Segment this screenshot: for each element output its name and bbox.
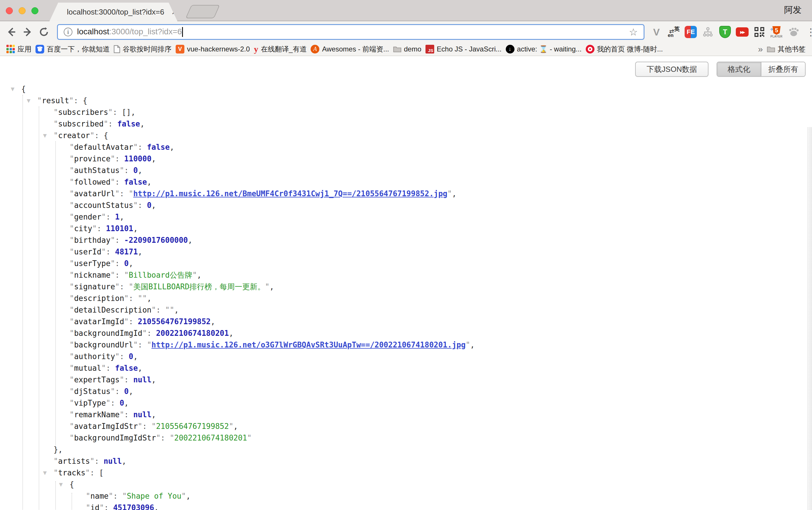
- collapse-arrow-icon[interactable]: ▼: [11, 83, 14, 95]
- back-button[interactable]: [5, 25, 18, 39]
- vue-devtools-icon[interactable]: V: [650, 25, 663, 39]
- page-icon: [114, 45, 120, 53]
- back-arrow-icon: [5, 26, 17, 38]
- json-url-link[interactable]: http://p1.music.126.net/BmeUMF4Cr0f3431C…: [133, 189, 447, 198]
- fullscreen-window-button[interactable]: [31, 7, 38, 14]
- json-line: ▼"tracks": [: [0, 467, 812, 479]
- json-line: "userType": 0,: [0, 258, 812, 269]
- view-mode-segmented-control: 格式化 折叠所有: [717, 62, 806, 77]
- bookmark-vue-hackernews[interactable]: V vue-hackernews-2.0: [176, 45, 250, 54]
- weibo-icon: [586, 45, 594, 54]
- window-controls: [6, 7, 38, 14]
- json-line: "authStatus": 0,: [0, 164, 812, 176]
- tab-close-icon[interactable]: ✕: [171, 7, 178, 17]
- minimize-window-button[interactable]: [19, 7, 26, 14]
- json-line: "id": 451703096,: [0, 502, 812, 510]
- bookmark-star-icon[interactable]: ☆: [629, 27, 638, 37]
- reload-icon: [38, 26, 50, 38]
- bookmark-echojs[interactable]: JS Echo JS - JavaScri...: [426, 45, 502, 54]
- tab-strip: localhost:3000/top_list?idx=6 ✕ 阿发: [0, 0, 812, 21]
- json-line: "signature": "美国BILLBOARD排行榜，每周一更新。",: [0, 281, 812, 293]
- site-info-icon[interactable]: i: [64, 28, 72, 36]
- download-json-button[interactable]: 下载JSON数据: [635, 62, 708, 77]
- forward-button[interactable]: [21, 25, 34, 39]
- youdao-icon: y: [254, 44, 258, 54]
- reload-button[interactable]: [37, 25, 51, 39]
- html5-player-icon[interactable]: ✈ 5 PLAYER: [770, 25, 783, 39]
- bookmark-demo-folder[interactable]: demo: [393, 45, 422, 53]
- html5-shield: 5: [773, 26, 781, 35]
- url-host: localhost: [77, 27, 109, 36]
- bookmark-youdao[interactable]: y 在线翻译_有道: [254, 44, 307, 54]
- json-line: "userId": 48171,: [0, 246, 812, 258]
- tab-title: localhost:3000/top_list?idx=6: [67, 7, 164, 17]
- collapse-arrow-icon[interactable]: ▼: [43, 130, 47, 141]
- browser-tab[interactable]: localhost:3000/top_list?idx=6 ✕: [50, 3, 177, 21]
- json-line: "backgroundUrl": "http://p1.music.126.ne…: [0, 339, 812, 351]
- bookmark-apps[interactable]: 应用: [6, 44, 31, 54]
- sitemap-extension-icon[interactable]: [701, 25, 715, 39]
- active-circle-icon: ↓: [506, 45, 515, 54]
- collapse-arrow-icon[interactable]: ▼: [59, 479, 63, 490]
- json-tree: ▼{▼"result": {"subscribers": [],"subscri…: [0, 83, 812, 510]
- json-line: "province": 110000,: [0, 153, 812, 164]
- json-line: "avatarImgIdStr": "2105564767199852",: [0, 420, 812, 432]
- sitemap-glyph: [702, 26, 714, 37]
- json-line: "birthday": -2209017600000,: [0, 234, 812, 246]
- collapse-arrow-icon[interactable]: ▼: [43, 467, 47, 479]
- url-bar[interactable]: i localhost:3000/top_list?idx=6 ☆: [57, 24, 644, 40]
- json-line: "avatarUrl": "http://p1.music.126.net/Bm…: [0, 188, 812, 200]
- json-line: "vipType": 0,: [0, 397, 812, 409]
- json-line: "name": "Shape of You",: [0, 490, 812, 502]
- baidu-paw-icon: [35, 45, 44, 54]
- json-line: "djStatus": 0,: [0, 386, 812, 397]
- folder-icon: [393, 46, 401, 53]
- json-line: "gender": 1,: [0, 211, 812, 223]
- bookmark-active[interactable]: ↓ active: ⌛ - waiting...: [506, 45, 582, 54]
- json-line: "description": "",: [0, 293, 812, 304]
- json-line: "avatarImgId": 2105564767199852,: [0, 316, 812, 327]
- url-path: :3000/top_list?idx=6: [109, 27, 182, 36]
- forward-arrow-icon: [22, 26, 33, 38]
- browser-menu-icon[interactable]: ⋮: [804, 25, 812, 39]
- qr-glyph: [754, 26, 765, 38]
- browser-toolbar: i localhost:3000/top_list?idx=6 ☆ V ⇄ 英 …: [0, 21, 812, 42]
- json-line: ▼{: [0, 479, 812, 490]
- bookmark-baidu[interactable]: 百度一下，你就知道: [35, 44, 110, 54]
- scrollbar[interactable]: [807, 127, 812, 510]
- close-window-button[interactable]: [6, 7, 13, 14]
- fe-extension-icon[interactable]: FE: [684, 25, 697, 39]
- format-button[interactable]: 格式化: [717, 62, 761, 76]
- bookmark-awesomes[interactable]: A Awesomes - 前端资...: [311, 44, 389, 54]
- bookmarks-overflow-chevron[interactable]: »: [758, 45, 763, 54]
- translate-extension-icon[interactable]: ⇄ 英 en: [667, 25, 680, 39]
- bookmark-google-sort[interactable]: 谷歌按时间排序: [114, 44, 172, 54]
- json-line: ▼"result": {: [0, 95, 812, 107]
- tampermonkey-icon[interactable]: T: [718, 25, 732, 39]
- folder-icon: [767, 46, 775, 53]
- profile-name[interactable]: 阿发: [784, 4, 802, 16]
- json-line: ▼"creator": {: [0, 130, 812, 141]
- json-url-link[interactable]: http://p1.music.126.net/o3G7lWrGBQAvSRt3…: [151, 340, 466, 349]
- collapse-all-button[interactable]: 折叠所有: [761, 62, 805, 76]
- apps-grid-icon: [6, 45, 15, 53]
- bookmark-weibo[interactable]: 我的首页 微博-随时...: [586, 44, 663, 54]
- json-line: "accountStatus": 0,: [0, 200, 812, 211]
- text-caret: [182, 27, 183, 37]
- json-line: "subscribed": false,: [0, 118, 812, 130]
- qr-code-icon[interactable]: [753, 25, 766, 39]
- json-viewer-page: 下载JSON数据 格式化 折叠所有 ▼{▼"result": {"subscri…: [0, 56, 812, 510]
- extensions-row: V ⇄ 英 en FE T ▶▶ ✈ 5 PLAYER: [650, 25, 812, 39]
- json-line: "backgroundImgId": 2002210674180201,: [0, 327, 812, 339]
- url-text: localhost:3000/top_list?idx=6: [77, 27, 183, 37]
- other-bookmarks[interactable]: 其他书签: [767, 44, 806, 54]
- video-downloader-icon[interactable]: ▶▶: [735, 25, 749, 39]
- paw-extension-icon[interactable]: [787, 25, 801, 39]
- collapse-arrow-icon[interactable]: ▼: [27, 95, 31, 107]
- json-line: "authority": 0,: [0, 351, 812, 362]
- json-line: "backgroundImgIdStr": "2002210674180201": [0, 432, 812, 444]
- new-tab-button[interactable]: [185, 5, 220, 18]
- json-line: "nickname": "Billboard公告牌",: [0, 269, 812, 281]
- bookmarks-bar: 应用 百度一下，你就知道 谷歌按时间排序 V vue-hackernews-2.…: [0, 42, 812, 56]
- json-line: "expertTags": null,: [0, 374, 812, 386]
